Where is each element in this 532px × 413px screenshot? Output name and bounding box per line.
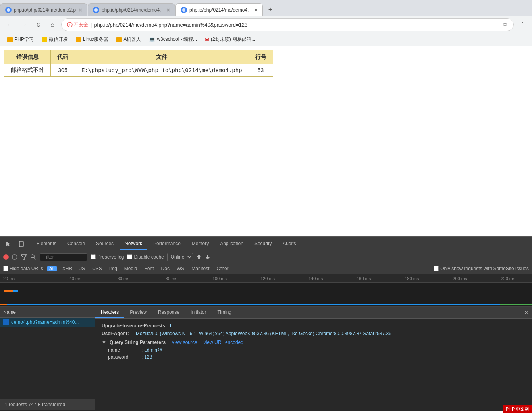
devtools-tabs: Elements Console Sources Network Perform… xyxy=(0,237,532,251)
bookmark-php[interactable]: PHP学习 xyxy=(4,35,37,44)
network-status-bar: 1 requests 747 B transferred xyxy=(0,399,95,410)
details-tabs: Headers Preview Response Initiator Timin… xyxy=(95,307,532,319)
forward-button[interactable]: → xyxy=(18,19,29,30)
tab-close-3[interactable]: × xyxy=(254,7,258,13)
tab-2[interactable]: php.io/php/0214/me/demo4. × xyxy=(88,3,175,16)
only-samesite-container: Only show requests with SameSite issues xyxy=(434,266,529,271)
filter-js[interactable]: JS xyxy=(78,265,87,272)
upload-icon[interactable] xyxy=(196,254,202,260)
header-row-useragent: User-Agent: Mozilla/5.0 (Windows NT 6.1;… xyxy=(102,330,526,338)
ms-label-220: 220 ms xyxy=(484,276,532,281)
devtools-mobile-icon[interactable] xyxy=(16,238,27,250)
devtools-cursor-icon[interactable] xyxy=(3,238,14,250)
details-close-button[interactable]: × xyxy=(521,307,532,318)
tab-title-2: php.io/php/0214/me/demo4. xyxy=(102,7,164,13)
svg-marker-5 xyxy=(6,242,11,246)
details-tab-timing[interactable]: Timing xyxy=(212,307,237,318)
hide-data-urls-checkbox[interactable] xyxy=(3,266,8,271)
details-tab-initiator[interactable]: Initiator xyxy=(185,307,212,318)
svg-text:!: ! xyxy=(69,23,71,27)
filter-media[interactable]: Media xyxy=(123,265,139,272)
bookmark-icon-robot xyxy=(116,37,122,42)
svg-marker-11 xyxy=(197,255,201,259)
tab-close-1[interactable]: × xyxy=(79,7,82,13)
bookmark-robot[interactable]: A机器人 xyxy=(113,35,144,44)
filter-manifest[interactable]: Manifest xyxy=(190,265,211,272)
search-icon[interactable] xyxy=(30,254,37,260)
filter-xhr[interactable]: XHR xyxy=(61,265,74,272)
devtools-tab-network[interactable]: Network xyxy=(120,238,147,250)
devtools-tab-elements[interactable]: Elements xyxy=(32,238,61,250)
details-tab-response[interactable]: Response xyxy=(152,307,185,318)
devtools-tab-console[interactable]: Console xyxy=(63,238,90,250)
network-panel: Name demo4.php?name=admin%40... 1 reques… xyxy=(0,307,532,410)
ms-label-160: 160 ms xyxy=(340,276,388,281)
bookmark-mail[interactable]: ✉ (2封未读) 网易邮箱... xyxy=(202,35,258,44)
col-header-file: 文件 xyxy=(75,50,249,64)
bookmark-linux[interactable]: Linux服务器 xyxy=(73,35,112,44)
clear-button[interactable] xyxy=(12,254,17,260)
filter-all-badge[interactable]: All xyxy=(47,266,57,271)
param-key-name: name xyxy=(108,347,140,353)
query-string-title: Query String Parameters xyxy=(110,340,166,345)
filter-font[interactable]: Font xyxy=(143,265,156,272)
filter-ws[interactable]: WS xyxy=(175,265,186,272)
download-icon[interactable] xyxy=(205,254,210,260)
details-tab-preview[interactable]: Preview xyxy=(124,307,152,318)
bookmark-wechat[interactable]: 微信开发 xyxy=(39,35,71,44)
disable-cache-checkbox[interactable] xyxy=(127,254,132,259)
filter-other[interactable]: Other xyxy=(215,265,230,272)
filter-doc[interactable]: Doc xyxy=(160,265,171,272)
refresh-button[interactable]: ↻ xyxy=(33,19,44,30)
network-list-empty xyxy=(0,327,95,399)
devtools-tab-sources[interactable]: Sources xyxy=(91,238,118,250)
view-url-encoded-link[interactable]: view URL encoded xyxy=(204,340,243,345)
record-button[interactable] xyxy=(3,254,9,260)
devtools-tab-performance[interactable]: Performance xyxy=(148,238,185,250)
tab-close-2[interactable]: × xyxy=(167,7,170,13)
filter-input[interactable] xyxy=(40,253,87,261)
network-name-col-header: Name xyxy=(3,309,16,315)
devtools-tab-application[interactable]: Application xyxy=(215,238,248,250)
star-icon[interactable] xyxy=(502,22,508,27)
address-bar: ← → ↻ ⌂ ! 不安全 | php.io/php/0214/me/demo4… xyxy=(0,16,532,33)
filter-css[interactable]: CSS xyxy=(91,265,104,272)
col-header-code: 代码 xyxy=(51,50,75,64)
tab-favicon-3 xyxy=(181,7,187,13)
bookmark-label-robot: A机器人 xyxy=(123,36,141,43)
preserve-log-checkbox-label: Preserve log xyxy=(91,254,124,260)
network-item-icon xyxy=(3,319,9,325)
view-source-link[interactable]: view source xyxy=(172,340,197,345)
url-text[interactable]: php.io/php/0214/me/demo4.php?name=admin%… xyxy=(94,22,500,28)
devtools-tab-memory[interactable]: Memory xyxy=(187,238,214,250)
bookmark-label-php: PHP学习 xyxy=(14,36,34,43)
col-header-line: 行号 xyxy=(249,50,273,64)
only-samesite-checkbox[interactable] xyxy=(434,266,439,271)
details-tab-headers[interactable]: Headers xyxy=(95,307,124,318)
network-list-item[interactable]: demo4.php?name=admin%40... xyxy=(0,318,95,327)
php-logo: PHP 中文网 xyxy=(503,405,532,413)
url-bar[interactable]: ! 不安全 | php.io/php/0214/me/demo4.php?nam… xyxy=(61,18,514,31)
header-value-useragent: Mozilla/5.0 (Windows NT 6.1; Win64; x64)… xyxy=(136,331,526,336)
filter-img[interactable]: Img xyxy=(108,265,119,272)
extensions-button[interactable]: ⋮ xyxy=(517,19,528,30)
param-colon-2: : xyxy=(141,354,143,360)
devtools-tab-security[interactable]: Security xyxy=(250,238,276,250)
bookmark-label-linux: Linux服务器 xyxy=(83,36,109,43)
query-string-triangle[interactable]: ▼ xyxy=(102,340,106,345)
network-type-filter: Hide data URLs All XHR JS CSS Img Media … xyxy=(0,263,532,274)
preserve-log-checkbox[interactable] xyxy=(91,254,96,259)
online-select[interactable]: Online xyxy=(167,253,193,261)
timeline-bar-container xyxy=(0,304,532,305)
bookmark-w3c[interactable]: 💻 w3cschool - 编程... xyxy=(146,35,200,44)
home-button[interactable]: ⌂ xyxy=(47,19,58,30)
back-button[interactable]: ← xyxy=(4,19,15,30)
tab-1[interactable]: php.io/php/0214/me/demo2.p × xyxy=(0,3,87,16)
ms-label-60: 60 ms xyxy=(99,276,147,281)
tab-3[interactable]: php.io/php/0214/me/demo4. × xyxy=(175,3,263,16)
param-row-name: name : admin@ xyxy=(102,346,526,353)
param-value-name: admin@ xyxy=(144,347,162,353)
new-tab-button[interactable]: + xyxy=(265,4,276,15)
devtools-tab-audits[interactable]: Audits xyxy=(278,238,301,250)
filter-icon[interactable] xyxy=(21,254,27,260)
